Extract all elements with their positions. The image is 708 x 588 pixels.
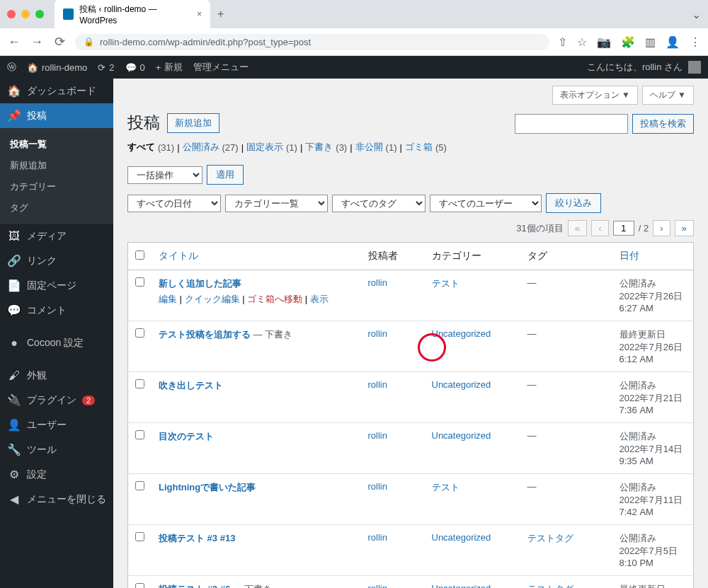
category-filter-select[interactable]: カテゴリー一覧 — [225, 195, 328, 212]
row-checkbox[interactable] — [135, 583, 144, 588]
filter-trash[interactable]: ゴミ箱 — [405, 141, 433, 154]
filter-all[interactable]: すべて — [127, 141, 155, 154]
extensions-icon[interactable]: 🧩 — [621, 35, 635, 49]
row-checkbox[interactable] — [135, 532, 144, 541]
author-link[interactable]: rollin — [368, 430, 387, 441]
select-all-checkbox[interactable] — [135, 250, 144, 260]
row-checkbox[interactable] — [135, 430, 144, 439]
share-icon[interactable]: ⇧ — [558, 35, 567, 49]
author-link[interactable]: rollin — [368, 532, 387, 543]
sidebar-item-tools[interactable]: 🔧ツール — [0, 437, 113, 462]
sidebar-item-settings[interactable]: ⚙設定 — [0, 462, 113, 487]
date-filter-select[interactable]: すべての日付 — [127, 195, 221, 212]
row-checkbox[interactable] — [135, 481, 144, 490]
new-tab-button[interactable]: + — [217, 8, 224, 21]
comments-link[interactable]: 💬 0 — [125, 62, 145, 73]
forward-button[interactable]: → — [30, 35, 44, 50]
sidebar-collapse[interactable]: ◀メニューを閉じる — [0, 487, 113, 512]
category-link[interactable]: Uncategorized — [432, 328, 491, 339]
category-link[interactable]: Uncategorized — [432, 379, 491, 390]
site-link[interactable]: 🏠 rollin-demo — [27, 62, 87, 73]
profile-icon[interactable]: 👤 — [666, 35, 680, 49]
column-title[interactable]: タイトル — [152, 243, 361, 270]
filter-published[interactable]: 公開済み — [183, 141, 219, 154]
close-window-button[interactable] — [7, 10, 16, 18]
new-content-link[interactable]: + 新規 — [156, 61, 183, 74]
tag-link[interactable]: テストタグ — [527, 533, 573, 543]
help-button[interactable]: ヘルプ ▼ — [642, 86, 694, 105]
tag-link[interactable]: テストタグ — [527, 584, 573, 588]
admin-menu-link[interactable]: 管理メニュー — [193, 61, 249, 74]
address-bar[interactable]: 🔒 rollin-demo.com/wp-admin/edit.php?post… — [75, 34, 549, 50]
author-link[interactable]: rollin — [368, 379, 387, 390]
screen-options-button[interactable]: 表示オプション ▼ — [552, 86, 638, 105]
post-title-link[interactable]: 目次のテスト — [159, 431, 214, 442]
author-link[interactable]: rollin — [368, 277, 387, 288]
category-link[interactable]: テスト — [432, 278, 459, 289]
sidebar-item-cocoon[interactable]: ●Cocoon 設定 — [0, 331, 113, 355]
sidebar-item-plugins[interactable]: 🔌プラグイン 2 — [0, 388, 113, 413]
trash-link[interactable]: ゴミ箱へ移動 — [247, 294, 302, 304]
post-title-link[interactable]: 投稿テスト #3 #6 — [159, 584, 230, 588]
close-tab-icon[interactable]: × — [197, 9, 202, 19]
tabs-dropdown-icon[interactable]: ⌄ — [692, 8, 701, 21]
bulk-action-select[interactable]: 一括操作 — [127, 166, 202, 184]
sidebar-sub-posts-list[interactable]: 投稿一覧 — [0, 134, 113, 155]
filter-draft[interactable]: 下書き — [305, 141, 333, 154]
row-checkbox[interactable] — [135, 277, 144, 287]
sidebar-item-posts[interactable]: 📌投稿 — [0, 103, 113, 128]
category-link[interactable]: Uncategorized — [432, 430, 491, 441]
sidebar-item-appearance[interactable]: 🖌外観 — [0, 364, 113, 388]
tag-filter-select[interactable]: すべてのタグ — [332, 195, 426, 212]
menu-icon[interactable]: ⋮ — [690, 35, 701, 49]
wp-logo-icon[interactable]: ⓦ — [7, 61, 16, 74]
sidebar-item-users[interactable]: 👤ユーザー — [0, 413, 113, 437]
sidebar-item-links[interactable]: 🔗リンク — [0, 248, 113, 273]
greeting-text[interactable]: こんにちは、rollin さん — [587, 61, 683, 74]
star-icon[interactable]: ☆ — [577, 35, 587, 49]
apply-button[interactable]: 適用 — [207, 165, 244, 185]
search-input[interactable] — [515, 114, 628, 134]
search-button[interactable]: 投稿を検索 — [632, 114, 694, 134]
filter-sticky[interactable]: 固定表示 — [246, 141, 283, 154]
post-title-link[interactable]: 新しく追加した記事 — [159, 278, 241, 289]
view-link[interactable]: 表示 — [310, 294, 329, 304]
sidebar-sub-posts-add[interactable]: 新規追加 — [0, 155, 113, 176]
sidebar-sub-categories[interactable]: カテゴリー — [0, 176, 113, 197]
next-page-button[interactable]: › — [653, 220, 670, 236]
sidebar-item-pages[interactable]: 📄固定ページ — [0, 273, 113, 298]
first-page-button[interactable]: « — [568, 220, 587, 236]
edit-link[interactable]: 編集 — [159, 294, 177, 304]
post-title-link[interactable]: テスト投稿を追加する — [159, 329, 251, 340]
browser-tab[interactable]: 投稿 ‹ rollin-demo — WordPres × — [55, 0, 210, 30]
sidebar-sub-tags[interactable]: タグ — [0, 197, 113, 219]
maximize-window-button[interactable] — [35, 10, 44, 18]
camera-icon[interactable]: 📷 — [597, 35, 611, 49]
post-title-link[interactable]: 投稿テスト #3 #13 — [159, 533, 235, 543]
category-link[interactable]: テスト — [432, 482, 459, 492]
category-link[interactable]: Uncategorized — [432, 583, 491, 588]
author-link[interactable]: rollin — [368, 328, 387, 339]
sidebar-item-dashboard[interactable]: 🏠ダッシュボード — [0, 79, 113, 103]
sidebar-item-media[interactable]: 🖼メディア — [0, 224, 113, 248]
last-page-button[interactable]: » — [675, 220, 694, 236]
back-button[interactable]: ← — [7, 35, 21, 50]
current-page-input[interactable] — [613, 221, 634, 236]
author-link[interactable]: rollin — [368, 481, 387, 492]
panel-icon[interactable]: ▥ — [645, 35, 656, 49]
column-date[interactable]: 日付 — [612, 243, 694, 270]
prev-page-button[interactable]: ‹ — [591, 220, 608, 236]
row-checkbox[interactable] — [135, 379, 144, 388]
filter-button[interactable]: 絞り込み — [546, 193, 601, 213]
sidebar-item-comments[interactable]: 💬コメント — [0, 298, 113, 323]
updates-link[interactable]: ⟳ 2 — [98, 62, 114, 73]
post-title-link[interactable]: 吹き出しテスト — [159, 380, 223, 391]
row-checkbox[interactable] — [135, 328, 144, 338]
avatar-icon[interactable] — [688, 61, 701, 74]
reload-button[interactable]: ⟳ — [52, 34, 67, 50]
category-link[interactable]: Uncategorized — [432, 532, 491, 543]
filter-private[interactable]: 非公開 — [355, 141, 383, 154]
author-link[interactable]: rollin — [368, 583, 387, 588]
post-title-link[interactable]: Lightningで書いた記事 — [159, 482, 256, 492]
quick-edit-link[interactable]: クイック編集 — [185, 294, 240, 304]
